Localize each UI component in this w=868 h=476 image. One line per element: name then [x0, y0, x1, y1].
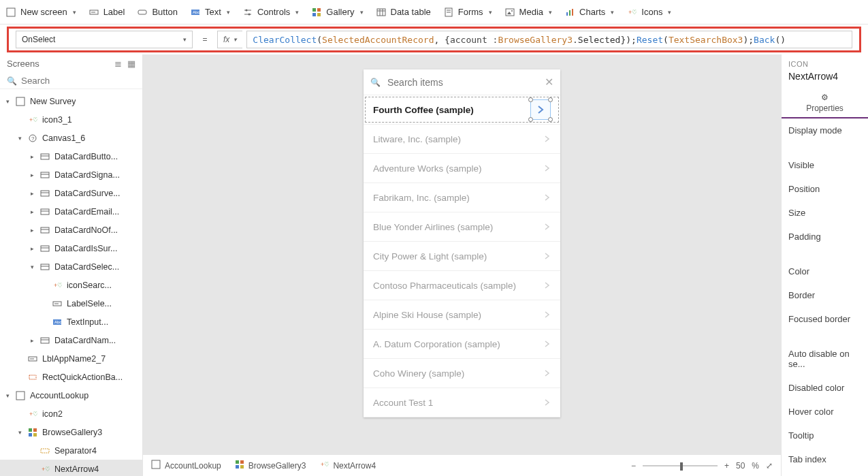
tree-node[interactable]: +♡NextArrow4	[0, 460, 142, 476]
property-row[interactable]: Border	[782, 283, 868, 307]
breadcrumb-item[interactable]: AccountLookup	[151, 460, 221, 471]
chevron-right-icon[interactable]	[544, 251, 551, 261]
chevron-right-icon[interactable]	[544, 281, 551, 291]
zoom-in-button[interactable]: +	[724, 461, 729, 471]
property-row[interactable]: Tab index	[782, 447, 868, 471]
tree-node[interactable]: ▾AccountLookup	[0, 386, 142, 404]
tree-node[interactable]: RectQuickActionBa...	[0, 368, 142, 386]
tree-node[interactable]: LabelSele...	[0, 294, 142, 313]
ribbon-data-table[interactable]: Data table	[376, 7, 431, 18]
property-row[interactable]: Auto disable on se...	[782, 342, 868, 376]
gallery-row[interactable]: Coho Winery (sample)	[364, 359, 560, 388]
gallery-row[interactable]: Blue Yonder Airlines (sample)	[364, 212, 560, 242]
ribbon-charts[interactable]: Charts▾	[564, 7, 614, 18]
gallery-row[interactable]: A. Datum Corporation (sample)	[364, 330, 560, 359]
tree-node[interactable]: ▸DataCardSigna...	[0, 165, 142, 184]
tree-node[interactable]: ▾New Survey	[0, 92, 142, 110]
property-row[interactable]: Display mode	[782, 118, 868, 142]
tree-node[interactable]: ▸DataCardSurve...	[0, 184, 142, 202]
fx-button[interactable]: fx ▾	[217, 31, 242, 48]
gallery-row[interactable]: Account Test 1	[364, 388, 560, 417]
property-dropdown[interactable]: OnSelect ▾	[16, 31, 193, 48]
breadcrumb-item[interactable]: BrowseGallery3	[235, 460, 306, 471]
property-row[interactable]: Visible	[782, 153, 868, 177]
chevron-right-icon[interactable]	[544, 310, 551, 320]
gallery-row-label: Alpine Ski House (sample)	[373, 310, 481, 320]
tree-toggle-icon[interactable]: ▸	[29, 172, 35, 178]
list-view-icon[interactable]: ≣	[114, 59, 122, 69]
tree-toggle-icon[interactable]: ▸	[29, 245, 35, 252]
tree-toggle-icon[interactable]: ▸	[29, 153, 35, 160]
zoom-out-button[interactable]: −	[631, 461, 636, 471]
tree-node-label: DataCardSurve...	[54, 189, 120, 198]
tree-toggle-icon[interactable]: ▾	[4, 392, 11, 399]
svg-rect-71	[240, 460, 244, 464]
tree-node[interactable]: ▸DataCardEmail...	[0, 202, 142, 221]
gallery-row[interactable]: City Power & Light (sample)	[364, 242, 560, 271]
ribbon-gallery[interactable]: Gallery▾	[311, 7, 363, 18]
property-row[interactable]: Hover color	[782, 400, 868, 424]
zoom-slider[interactable]	[643, 465, 718, 466]
close-icon[interactable]: ✕	[545, 76, 553, 89]
breadcrumb-item[interactable]: +♡NextArrow4	[319, 460, 376, 471]
gallery-row[interactable]: Adventure Works (sample)	[364, 154, 560, 183]
tree-node[interactable]: Separator4	[0, 441, 142, 460]
chevron-right-icon[interactable]	[544, 193, 551, 203]
tree-node[interactable]: LblAppName2_7	[0, 349, 142, 368]
chevron-right-icon[interactable]	[544, 339, 551, 349]
tree-node[interactable]: +♡icon3_1	[0, 110, 142, 129]
tree-toggle-icon[interactable]: ▸	[29, 337, 35, 344]
ribbon-media[interactable]: Media▾	[504, 7, 552, 18]
tree-toggle-icon[interactable]: ▾	[16, 429, 23, 436]
ribbon-new-screen[interactable]: New screen▾	[5, 7, 76, 18]
tree-node[interactable]: AbcTextInput...	[0, 313, 142, 331]
property-row[interactable]: Disabled color	[782, 376, 868, 400]
tree-node[interactable]: +♡icon2	[0, 404, 142, 423]
tree-node[interactable]: ▾?Canvas1_6	[0, 129, 142, 147]
fit-to-screen-icon[interactable]: ⤢	[766, 461, 773, 471]
ribbon-label[interactable]: Label	[89, 7, 125, 18]
tree-node[interactable]: +♡iconSearc...	[0, 276, 142, 294]
gallery-row[interactable]: Alpine Ski House (sample)	[364, 300, 560, 330]
chevron-right-icon[interactable]	[544, 222, 551, 232]
tree-toggle-icon[interactable]: ▾	[29, 264, 35, 270]
ribbon-forms[interactable]: Forms▾	[443, 7, 492, 18]
property-row[interactable]: Focused border	[782, 307, 868, 331]
gallery-row[interactable]: Fourth Coffee (sample)	[364, 95, 560, 125]
ribbon-button[interactable]: Button	[137, 7, 178, 18]
search-items-input[interactable]	[387, 77, 538, 88]
ribbon-text[interactable]: AbcText▾	[190, 7, 230, 18]
gallery-row[interactable]: Litware, Inc. (sample)	[364, 125, 560, 154]
ribbon-controls[interactable]: Controls▾	[242, 7, 299, 18]
chevron-right-icon[interactable]	[544, 398, 551, 408]
next-arrow-icon[interactable]	[530, 99, 551, 120]
svg-rect-29	[16, 97, 25, 106]
tree-toggle-icon[interactable]: ▸	[29, 208, 35, 215]
gallery-row[interactable]: Fabrikam, Inc. (sample)	[364, 183, 560, 212]
tree-toggle-icon[interactable]: ▸	[29, 227, 35, 234]
chevron-right-icon[interactable]	[544, 163, 551, 174]
tree-node[interactable]: ▾DataCardSelec...	[0, 257, 142, 276]
chevron-right-icon[interactable]	[544, 368, 551, 379]
gallery-row[interactable]: Contoso Pharmaceuticals (sample)	[364, 271, 560, 300]
tree-node[interactable]: ▸DataCardIsSur...	[0, 239, 142, 257]
tree-node-label: TextInput...	[67, 317, 108, 327]
tree-toggle-icon[interactable]: ▾	[16, 135, 23, 142]
tree-toggle-icon[interactable]: ▸	[29, 190, 35, 197]
property-row[interactable]: Padding	[782, 225, 868, 249]
chevron-right-icon[interactable]	[544, 134, 551, 144]
property-row[interactable]: Position	[782, 177, 868, 201]
tree-toggle-icon[interactable]: ▾	[4, 98, 11, 105]
tree-node[interactable]: ▸DataCardNam...	[0, 331, 142, 349]
property-row[interactable]: Size	[782, 201, 868, 225]
formula-bar[interactable]: ClearCollect(SelectedAccountRecord , {ac…	[246, 31, 852, 48]
property-row[interactable]: Tooltip	[782, 424, 868, 447]
ribbon-icons[interactable]: +♡Icons▾	[626, 7, 671, 18]
tree-node[interactable]: ▸DataCardNoOf...	[0, 221, 142, 239]
grid-view-icon[interactable]: ▦	[127, 59, 135, 69]
property-row[interactable]: Color	[782, 259, 868, 283]
tree-node[interactable]: ▸DataCardButto...	[0, 147, 142, 165]
tree-node[interactable]: ▾BrowseGallery3	[0, 423, 142, 441]
tree-search-input[interactable]	[21, 76, 136, 86]
tab-properties[interactable]: ⚙ Properties	[799, 90, 850, 117]
